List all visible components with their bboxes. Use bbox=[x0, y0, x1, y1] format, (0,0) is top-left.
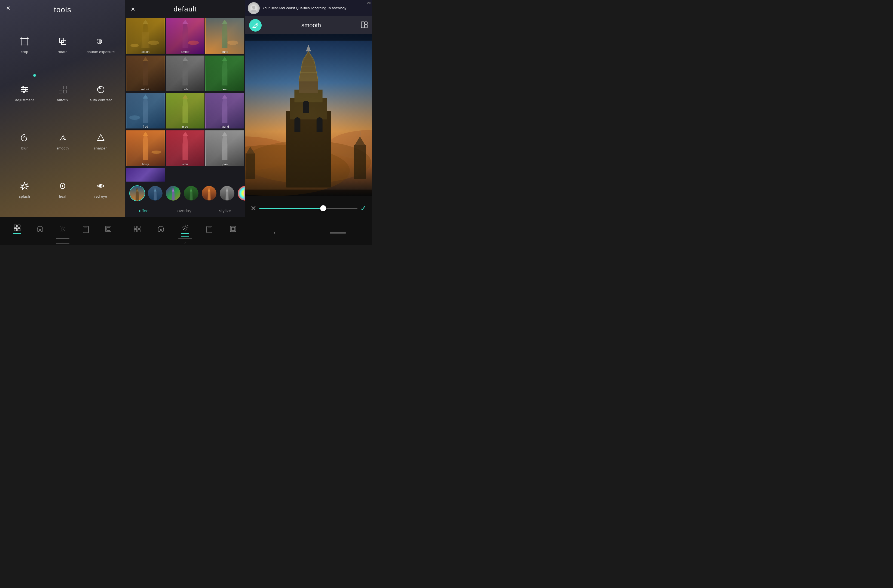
tool-autofix[interactable]: autofix bbox=[44, 69, 82, 117]
effect-greg[interactable]: greg bbox=[166, 93, 205, 129]
effect-amber-label: amber bbox=[166, 50, 205, 53]
carousel-item-1[interactable] bbox=[147, 185, 163, 201]
nav-effects[interactable] bbox=[33, 223, 47, 235]
svg-rect-45 bbox=[106, 226, 111, 232]
slider-track bbox=[259, 208, 358, 209]
carousel-item-4[interactable] bbox=[201, 185, 217, 201]
tools-grid: crop rotate double exposure bbox=[0, 18, 125, 217]
effect-dean[interactable]: dean bbox=[205, 56, 244, 92]
effects-panel-title: default bbox=[173, 5, 197, 14]
svg-line-39 bbox=[65, 227, 65, 227]
effect-aladin[interactable]: aladin bbox=[126, 18, 165, 55]
effect-ivan[interactable]: ivan bbox=[166, 130, 205, 167]
middle-nav-effects[interactable] bbox=[154, 223, 167, 235]
svg-rect-29 bbox=[14, 229, 17, 231]
effect-greg-label: greg bbox=[166, 125, 205, 128]
svg-rect-89 bbox=[230, 226, 236, 232]
svg-point-49 bbox=[131, 44, 138, 47]
blur-icon bbox=[20, 133, 29, 144]
ad-banner[interactable]: Ad Your Best And Worst Qualities Accordi… bbox=[245, 0, 372, 17]
blur-label: blur bbox=[21, 146, 28, 150]
svg-rect-20 bbox=[59, 90, 62, 93]
nav-adjust[interactable] bbox=[56, 223, 69, 235]
tool-auto-contrast[interactable]: auto contrast bbox=[82, 69, 120, 117]
splash-label: splash bbox=[19, 194, 30, 199]
right-bottom-nav: ‹ bbox=[245, 221, 372, 245]
tool-rotate[interactable]: rotate bbox=[44, 21, 82, 69]
svg-point-32 bbox=[62, 228, 64, 230]
auto-contrast-icon bbox=[96, 85, 106, 96]
effect-anne[interactable]: anne bbox=[205, 18, 244, 55]
middle-home-indicator bbox=[178, 238, 192, 239]
tool-blur[interactable]: blur bbox=[6, 117, 44, 166]
active-indicator bbox=[181, 236, 189, 236]
effects-carousel bbox=[125, 183, 245, 204]
tool-adjustment[interactable]: adjustment bbox=[6, 69, 44, 117]
effect-harry[interactable]: harry bbox=[126, 130, 165, 167]
carousel-item-5[interactable] bbox=[219, 185, 235, 201]
middle-nav-stickers[interactable] bbox=[203, 223, 216, 235]
middle-bottom-nav bbox=[125, 217, 245, 241]
effect-bob[interactable]: bob bbox=[166, 56, 205, 92]
right-nav-back[interactable]: ‹ bbox=[271, 228, 278, 238]
smooth-controls: ✕ ✓ bbox=[245, 196, 372, 221]
layout-icon[interactable] bbox=[361, 21, 368, 30]
tools-close-button[interactable]: ✕ bbox=[6, 5, 11, 11]
heal-label: heal bbox=[59, 194, 66, 199]
carousel-item-2[interactable] bbox=[165, 185, 181, 201]
effect-hagrid[interactable]: hagrid bbox=[205, 93, 244, 129]
carousel-item-0[interactable] bbox=[129, 185, 145, 201]
svg-rect-90 bbox=[232, 227, 235, 230]
sharpen-label: sharpen bbox=[94, 146, 108, 150]
svg-rect-0 bbox=[22, 39, 27, 44]
nav-frames[interactable] bbox=[102, 223, 115, 235]
red-eye-label: red eye bbox=[95, 194, 107, 199]
svg-point-15 bbox=[25, 89, 26, 90]
middle-nav-adjust[interactable] bbox=[178, 222, 192, 236]
svg-rect-117 bbox=[245, 34, 372, 196]
svg-line-38 bbox=[65, 230, 65, 232]
middle-back-arrow[interactable]: ‹ bbox=[185, 241, 186, 245]
tool-heal[interactable]: heal bbox=[44, 166, 82, 214]
tool-smooth[interactable]: smooth bbox=[44, 117, 82, 166]
adjustment-icon bbox=[20, 85, 29, 96]
middle-nav-frames[interactable] bbox=[227, 223, 240, 235]
svg-rect-85 bbox=[207, 226, 212, 233]
nav-tools[interactable] bbox=[11, 222, 24, 236]
svg-rect-41 bbox=[83, 226, 89, 233]
svg-rect-74 bbox=[138, 226, 140, 229]
svg-point-25 bbox=[64, 139, 65, 140]
tool-double-exposure[interactable]: double exposure bbox=[82, 21, 120, 69]
confirm-button[interactable]: ✓ bbox=[360, 204, 367, 213]
effect-fred[interactable]: fred bbox=[126, 93, 165, 129]
slider-thumb[interactable] bbox=[320, 205, 326, 211]
tab-stylize[interactable]: stylize bbox=[214, 208, 237, 215]
svg-rect-30 bbox=[18, 225, 20, 227]
tool-splash[interactable]: splash bbox=[6, 166, 44, 214]
nav-stickers[interactable] bbox=[79, 223, 92, 235]
svg-point-48 bbox=[148, 41, 159, 45]
intensity-slider[interactable] bbox=[259, 208, 358, 209]
tool-sharpen[interactable]: sharpen bbox=[82, 117, 120, 166]
sharpen-icon bbox=[96, 133, 106, 144]
svg-point-13 bbox=[23, 87, 24, 88]
svg-line-37 bbox=[60, 227, 61, 227]
effect-amber[interactable]: amber bbox=[166, 18, 205, 55]
tab-effect[interactable]: effect bbox=[134, 208, 155, 215]
svg-rect-72 bbox=[134, 226, 137, 229]
svg-line-92 bbox=[256, 24, 257, 25]
tool-crop[interactable]: crop bbox=[6, 21, 44, 69]
eraser-button[interactable] bbox=[249, 19, 262, 32]
svg-point-27 bbox=[100, 185, 101, 186]
middle-nav-tools[interactable] bbox=[131, 223, 144, 235]
effects-header: ✕ default bbox=[125, 0, 245, 18]
effect-partial[interactable] bbox=[126, 168, 165, 182]
adjustment-active-dot bbox=[33, 74, 36, 77]
effect-antonio[interactable]: antonio bbox=[126, 56, 165, 92]
tool-red-eye[interactable]: red eye bbox=[82, 166, 120, 214]
effect-jean[interactable]: jean bbox=[205, 130, 244, 167]
effects-close-button[interactable]: ✕ bbox=[131, 6, 135, 12]
tab-overlay[interactable]: overlay bbox=[172, 208, 197, 215]
carousel-item-3[interactable] bbox=[183, 185, 199, 201]
cancel-button[interactable]: ✕ bbox=[251, 204, 257, 213]
